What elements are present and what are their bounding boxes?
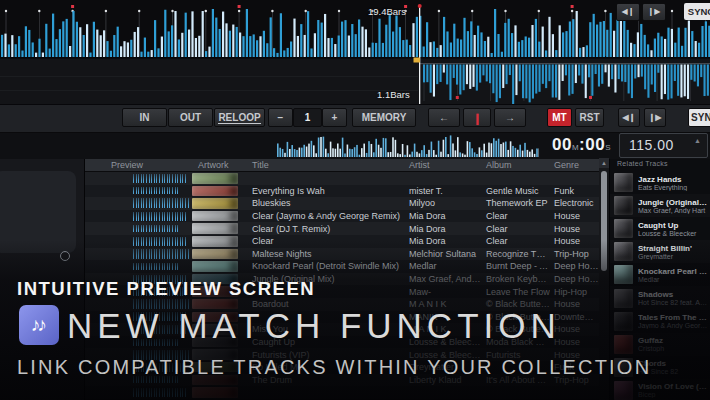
table-row[interactable]: Caught Up Lousse & Bleecker Moda Black V…	[85, 336, 599, 349]
waveform-zoom-out-button[interactable]: ◀❙	[616, 3, 640, 21]
preview-cell[interactable]	[85, 275, 190, 284]
related-track-item[interactable]: Shadows Hot Since 82 feat. Alex Mills	[610, 286, 710, 309]
enlarged-waveform[interactable]	[0, 0, 710, 105]
preview-cell[interactable]	[85, 388, 190, 397]
table-row[interactable]: Clear (Jaymo & Andy George Remix) Mia Do…	[85, 210, 599, 223]
cue-marker-button[interactable]: ❙	[463, 108, 491, 127]
column-header-preview[interactable]: Preview	[85, 160, 190, 170]
preview-waveform[interactable]	[133, 198, 189, 208]
preview-waveform[interactable]	[133, 325, 186, 334]
preview-cell[interactable]	[85, 187, 190, 194]
table-row[interactable]: Clear (DJ T. Remix) Mia Dora Clear House	[85, 222, 599, 235]
column-header-artwork[interactable]: Artwork	[190, 160, 247, 170]
scrollbar-thumb[interactable]	[601, 171, 607, 271]
artwork-cell	[190, 312, 247, 323]
loop-half-button[interactable]: −	[268, 108, 293, 127]
bpm-up-icon[interactable]: ▲	[694, 137, 701, 144]
table-row[interactable]: Maw- Leave The Flow Hip-Hop	[85, 285, 599, 298]
preview-cell[interactable]	[85, 263, 190, 270]
table-row[interactable]: The Drum Liberty Klaud It's All About Yo…	[85, 374, 599, 387]
scroll-up-button[interactable]: ▲	[599, 158, 609, 168]
related-track-item[interactable]: Guffaz Cristoph	[610, 333, 710, 356]
column-header-album[interactable]: Album	[482, 160, 550, 170]
next-cue-button[interactable]: →	[494, 108, 526, 127]
preview-cell[interactable]	[85, 325, 190, 334]
preview-cell[interactable]	[85, 363, 190, 372]
table-row[interactable]: Everything Is Wah mister T. Gentle Music…	[85, 185, 599, 198]
related-track-item[interactable]: Knockard Pearl (Detroit Swindle Mix) Med…	[610, 263, 710, 286]
preview-cell[interactable]	[85, 376, 190, 383]
preview-waveform[interactable]	[133, 312, 186, 321]
preview-waveform[interactable]	[133, 174, 186, 183]
reloop-button[interactable]: RELOOP	[214, 108, 265, 127]
preview-waveform[interactable]	[133, 263, 179, 270]
loop-double-button[interactable]: +	[322, 108, 347, 127]
preview-waveform[interactable]	[133, 237, 186, 246]
related-track-item[interactable]: Tales From The Basement Jaymo & Andy Geo…	[610, 310, 710, 333]
table-row[interactable]: Knockard Pearl (Detroit Swindle Mix) Med…	[85, 260, 599, 273]
column-header-title[interactable]: Title	[247, 160, 405, 170]
related-track-item[interactable]: Jungle (Original Mix) Max Graef, Andy Ha…	[610, 194, 710, 217]
table-scrollbar[interactable]: ▲	[599, 158, 609, 400]
loop-out-button[interactable]: OUT	[168, 108, 213, 127]
column-header-genre[interactable]: Genre	[550, 160, 599, 170]
related-track-item[interactable]: Vision Of Love (c2 Edit) Bicep	[610, 379, 710, 400]
loop-in-button[interactable]: IN	[122, 108, 167, 127]
table-row[interactable]: Maltese Nights Melchior Sultana Recogniz…	[85, 248, 599, 261]
preview-waveform[interactable]	[133, 376, 179, 383]
sync-button-top[interactable]: SYNC	[684, 3, 710, 20]
preview-cell[interactable]	[85, 237, 190, 246]
waveform-zoom-in-button[interactable]: ❙▶	[642, 3, 666, 21]
related-track-item[interactable]: Chords Hot Since 82	[610, 356, 710, 379]
related-track-item[interactable]: Caught Up Lousse & Bleecker	[610, 217, 710, 240]
master-tempo-button[interactable]: MT	[547, 108, 572, 127]
table-row[interactable]: Clear Mia Dora Clear House	[85, 235, 599, 248]
related-track-item[interactable]: Jazz Hands Eats Everything	[610, 171, 710, 194]
bpm-display[interactable]: 115.00 ▲	[619, 133, 708, 158]
preview-cell[interactable]	[85, 299, 190, 309]
preview-cell[interactable]	[85, 350, 190, 360]
preview-waveform[interactable]	[133, 287, 186, 296]
table-row[interactable]	[85, 172, 599, 185]
preview-waveform[interactable]	[133, 212, 186, 221]
memory-button[interactable]: MEMORY	[352, 108, 416, 127]
preview-cell[interactable]	[85, 212, 190, 221]
preview-cell[interactable]	[85, 225, 190, 232]
grid-zoom-in-button[interactable]: ❙▶	[644, 108, 666, 127]
previous-cue-button[interactable]: ←	[428, 108, 460, 127]
table-row[interactable]: Blueskies Milyoo Themework EP Electronic	[85, 197, 599, 210]
preview-waveform[interactable]	[133, 275, 186, 284]
related-track-item[interactable]: Straight Billin' Greymatter	[610, 240, 710, 263]
preview-waveform[interactable]	[133, 350, 189, 360]
preview-waveform[interactable]	[133, 339, 179, 346]
preview-cell[interactable]	[85, 174, 190, 183]
column-header-artist[interactable]: Artist	[405, 160, 482, 170]
preview-waveform[interactable]	[133, 363, 186, 372]
preview-cell[interactable]	[85, 198, 190, 208]
album-artwork	[192, 337, 238, 348]
preview-waveform[interactable]	[133, 249, 189, 259]
table-row[interactable]: Jungle (Original Mix) Max Graef, Andy Ha…	[85, 273, 599, 286]
preview-waveform[interactable]	[133, 388, 186, 397]
album-artwork	[192, 211, 238, 222]
table-row[interactable]: Boardout M A N I K © Black Butter Record…	[85, 298, 599, 311]
grid-zoom-out-button[interactable]: ◀❙	[618, 108, 640, 127]
sync-button[interactable]: SYNC	[688, 108, 710, 127]
scroll-up-icon: ▲	[601, 160, 607, 166]
eject-icon[interactable]	[60, 251, 70, 261]
table-row[interactable]: Futurists (VIP) Lousse & Bleecker Futuri…	[85, 348, 599, 361]
tempo-reset-button[interactable]: RST	[575, 108, 604, 127]
table-row[interactable]	[85, 386, 599, 399]
deck-waveform-area[interactable]: 19.4Bars 1.1Bars ◀❙ ❙▶ SYNC	[0, 0, 710, 105]
table-row[interactable]: Bo Killed Me Greymatter Funk	[85, 361, 599, 374]
table-row[interactable]: MANIK © Black Butter Records Downtempo	[85, 311, 599, 324]
preview-cell[interactable]	[85, 312, 190, 321]
preview-cell[interactable]	[85, 249, 190, 259]
preview-waveform[interactable]	[133, 299, 189, 309]
preview-waveform[interactable]	[133, 225, 179, 232]
preview-cell[interactable]	[85, 339, 190, 346]
table-row[interactable]: Miss You M A N I K © Black Butter Record…	[85, 323, 599, 336]
preview-cell[interactable]	[85, 287, 190, 296]
full-track-waveform[interactable]	[277, 133, 539, 158]
preview-waveform[interactable]	[133, 187, 179, 194]
